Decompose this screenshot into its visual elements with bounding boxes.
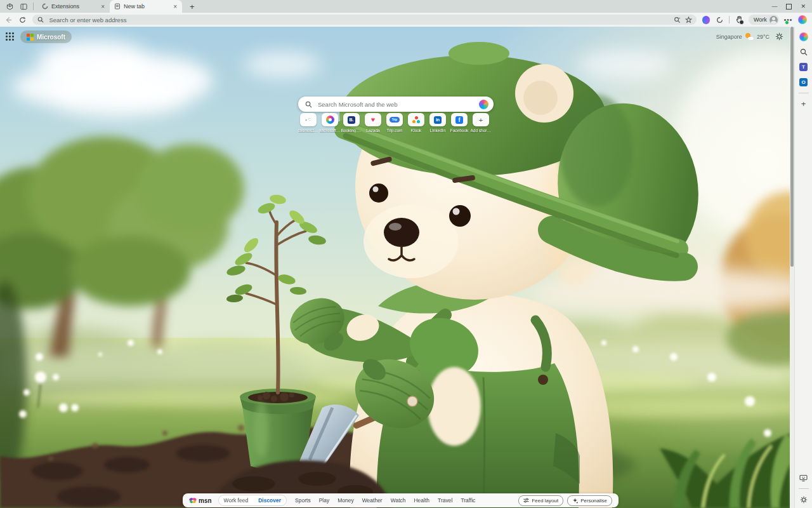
- address-input[interactable]: [48, 16, 669, 24]
- klook-favicon: [412, 116, 420, 124]
- personalise-icon: [572, 498, 578, 504]
- avatar: [769, 16, 778, 24]
- minimize-button[interactable]: —: [771, 3, 777, 10]
- new-tab-button[interactable]: +: [187, 2, 197, 11]
- page-header-left: Microsoft: [5, 30, 72, 43]
- quick-link-cosmos11[interactable]: •⁖ cosmos11 e...: [298, 113, 319, 133]
- nav-play[interactable]: Play: [319, 497, 330, 504]
- copilot-search-icon[interactable]: [479, 100, 488, 109]
- quick-links-row: •⁖ cosmos11 e... Microsoft 365 B. Bookin…: [298, 113, 492, 133]
- nav-health[interactable]: Health: [414, 497, 429, 504]
- weather-temperature[interactable]: 29°C: [757, 34, 769, 40]
- page-scrollbar[interactable]: [790, 27, 794, 508]
- search-magnifier-icon: [305, 101, 312, 108]
- feed-tab-discover[interactable]: Discover: [253, 497, 286, 504]
- lazada-favicon: ♥: [371, 116, 376, 123]
- msn-label: msn: [199, 497, 212, 504]
- nav-traffic[interactable]: Traffic: [461, 497, 475, 504]
- profile-button[interactable]: Work: [749, 15, 779, 25]
- facebook-favicon: f: [455, 116, 463, 124]
- address-search-icon: [36, 16, 44, 24]
- tab-strip: Extensions × New tab × + — ✕: [0, 0, 812, 13]
- sliders-icon: [523, 498, 529, 503]
- trip-favicon: Trip: [390, 117, 400, 123]
- close-button[interactable]: ✕: [801, 3, 806, 10]
- quick-link-lazada[interactable]: ♥ Lazada: [362, 113, 384, 133]
- quick-link-trip[interactable]: Trip Trip.com: [384, 113, 405, 133]
- weather-icon: [745, 33, 754, 40]
- microsoft-brand-label: Microsoft: [37, 34, 65, 41]
- personalise-button[interactable]: Personalise: [567, 495, 612, 506]
- scrollbar-thumb[interactable]: [790, 27, 794, 267]
- extension-hand-icon[interactable]: [735, 15, 743, 24]
- more-menu-icon[interactable]: •••: [784, 17, 793, 23]
- msn-logo[interactable]: msn: [189, 497, 212, 504]
- add-sidebar-item-button[interactable]: +: [799, 99, 808, 109]
- teams-icon[interactable]: T: [799, 62, 808, 72]
- edge-sidebar: T O +: [794, 27, 812, 508]
- address-bar[interactable]: [32, 15, 696, 25]
- tab-actions-icon[interactable]: [19, 2, 28, 11]
- quick-link-booking[interactable]: B. Booking.com: [341, 113, 362, 133]
- divider: [799, 488, 809, 489]
- page-settings-icon[interactable]: [775, 32, 783, 41]
- plus-icon: +: [479, 116, 483, 124]
- nav-sports[interactable]: Sports: [295, 497, 311, 504]
- feedback-icon[interactable]: [799, 473, 808, 483]
- inline-search-icon[interactable]: [673, 16, 681, 24]
- back-icon[interactable]: [4, 15, 14, 25]
- ntp-search-input[interactable]: [317, 100, 479, 109]
- weather-location[interactable]: Singapore: [716, 34, 742, 40]
- add-shortcut-button[interactable]: + Add shortcut: [470, 113, 492, 133]
- msn-feed-bar: msn Work feed Discover Sports Play Money…: [183, 493, 619, 507]
- newtab-favicon: [114, 3, 121, 10]
- extension-badge: [739, 20, 744, 25]
- divider: [33, 3, 34, 10]
- apps-grid-icon[interactable]: [5, 32, 15, 42]
- microsoft-logo-icon: [27, 34, 34, 41]
- extension-a-icon[interactable]: [702, 16, 710, 24]
- tab-close-icon[interactable]: ×: [172, 3, 178, 10]
- nav-watch[interactable]: Watch: [391, 497, 406, 504]
- copilot-toolbar-icon[interactable]: [798, 15, 807, 24]
- quick-link-facebook[interactable]: f Facebook: [449, 113, 470, 133]
- tab-new-tab[interactable]: New tab ×: [110, 0, 182, 13]
- divider: [729, 16, 730, 23]
- cosmos11-favicon: •⁖: [305, 117, 311, 123]
- maximize-button[interactable]: [786, 4, 792, 10]
- refresh-icon[interactable]: [18, 15, 28, 25]
- new-tab-page: Microsoft Singapore 29°C •⁖ cosmos11 e..…: [0, 27, 790, 508]
- msn-butterfly-icon: [189, 497, 197, 504]
- sidebar-settings-icon[interactable]: [799, 495, 808, 504]
- quick-link-klook[interactable]: Klook: [405, 113, 427, 133]
- nav-travel[interactable]: Travel: [438, 497, 452, 504]
- extension-b-icon[interactable]: [716, 16, 723, 23]
- quick-link-linkedin[interactable]: in LinkedIn: [427, 113, 449, 133]
- sync-status-dot: [785, 20, 789, 25]
- search-sidebar-icon[interactable]: [799, 47, 808, 57]
- workspaces-icon[interactable]: [5, 2, 14, 11]
- copilot-sidebar-icon[interactable]: [799, 32, 808, 41]
- divider: [799, 93, 809, 93]
- tab-extensions[interactable]: Extensions ×: [37, 0, 110, 13]
- tab-label: New tab: [124, 3, 172, 10]
- linkedin-favicon: in: [434, 116, 442, 124]
- window-controls: — ✕: [771, 3, 806, 10]
- microsoft-logo[interactable]: Microsoft: [20, 30, 72, 43]
- quick-link-microsoft-365[interactable]: Microsoft 365: [319, 113, 341, 133]
- feed-nav-links: Sports Play Money Weather Watch Health T…: [295, 497, 475, 504]
- nav-weather[interactable]: Weather: [362, 497, 383, 504]
- profile-label: Work: [754, 17, 767, 23]
- ntp-search-bar[interactable]: [298, 97, 494, 112]
- feed-tab-work-feed[interactable]: Work feed: [219, 497, 254, 504]
- tab-label: Extensions: [51, 3, 100, 10]
- browser-window: Extensions × New tab × + — ✕: [0, 0, 812, 508]
- feed-layout-button[interactable]: Feed layout: [518, 495, 563, 506]
- outlook-icon[interactable]: O: [799, 77, 808, 87]
- nav-money[interactable]: Money: [337, 497, 354, 504]
- feed-toggle: Work feed Discover: [218, 495, 287, 506]
- toolbar: Work •••: [0, 13, 812, 27]
- tab-close-icon[interactable]: ×: [100, 3, 106, 10]
- favorite-star-icon[interactable]: [684, 16, 693, 24]
- booking-favicon: B.: [348, 116, 355, 124]
